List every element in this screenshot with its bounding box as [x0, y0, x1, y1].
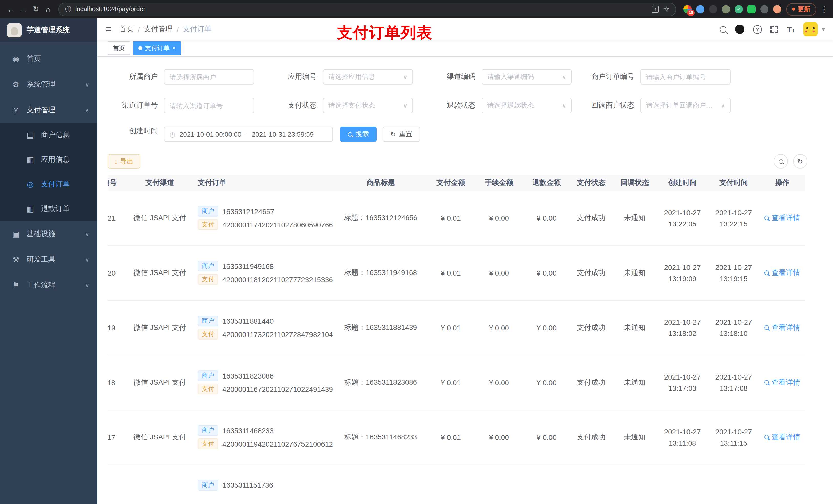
collapse-sidebar-icon[interactable]: ≡ — [105, 24, 111, 35]
export-button[interactable]: ↓ 导出 — [108, 154, 140, 169]
sidebar-item-home[interactable]: ◉ 首页 — [0, 46, 97, 72]
view-detail-link[interactable]: 查看详情 — [764, 268, 800, 278]
view-detail-link[interactable]: 查看详情 — [764, 433, 800, 442]
sidebar-item-refund-order[interactable]: ▥ 退款订单 — [0, 197, 97, 221]
pay-time-cell: 2021-10-2713:17:08 — [708, 355, 759, 410]
col-title: 商品标题 — [334, 175, 427, 191]
update-label: 更新 — [798, 5, 810, 14]
share-icon[interactable]: ↑ — [652, 6, 659, 13]
fullscreen-icon[interactable] — [770, 26, 778, 33]
notify-status-select[interactable]: 请选择订单回调商户状态∨ — [640, 98, 731, 114]
url-text: localhost:1024/pay/order — [75, 6, 648, 13]
font-size-icon[interactable]: TT — [787, 26, 795, 33]
extension-icon[interactable]: 10 — [684, 5, 692, 13]
sidebar-item-pay-order[interactable]: ◎ 支付订单 — [0, 172, 97, 197]
sidebar-item-app-info[interactable]: ▦ 应用信息 — [0, 147, 97, 172]
avatar-caret-icon[interactable]: ▾ — [822, 26, 825, 33]
title-cell: 标题：1635311949168 — [334, 246, 427, 301]
toggle-search-button[interactable] — [774, 154, 788, 169]
bookmark-star-icon[interactable]: ☆ — [663, 5, 670, 13]
browser-home-icon[interactable]: ⌂ — [42, 5, 54, 14]
view-detail-link[interactable]: 查看详情 — [764, 214, 800, 223]
close-icon[interactable]: × — [172, 45, 176, 51]
notify-cell: 未通知 — [613, 246, 657, 301]
col-refund: 退款金额 — [524, 175, 570, 191]
search-icon — [764, 435, 769, 440]
merchant-tag: 商户 — [198, 316, 218, 327]
pay-status-select[interactable]: 请选择支付状态∨ — [323, 98, 413, 114]
extension-icon[interactable] — [696, 5, 705, 13]
sidebar-item-infrastructure[interactable]: ▣ 基础设施 ∨ — [0, 221, 97, 247]
order-id-cell: 118 — [108, 355, 127, 410]
extension-icon[interactable] — [709, 5, 717, 13]
channel-code-select[interactable]: 请输入渠道编码∨ — [481, 69, 572, 85]
order-id-cell: 120 — [108, 246, 127, 301]
breadcrumb-payment[interactable]: 支付管理 — [144, 25, 173, 34]
extension-icon[interactable] — [722, 5, 730, 13]
site-info-icon[interactable]: ⓘ — [65, 5, 71, 14]
title-cell: 标题：1635311823086 — [334, 355, 427, 410]
grid-icon: ▦ — [25, 155, 36, 164]
sidebar-item-payment[interactable]: ¥ 支付管理 ∧ — [0, 97, 97, 123]
sidebar-item-merchant-info[interactable]: ▤ 商户信息 — [0, 123, 97, 147]
channel-order-no-input[interactable] — [164, 98, 254, 114]
target-icon: ◎ — [25, 180, 36, 189]
extension-icon[interactable]: ✓ — [735, 5, 743, 13]
github-icon[interactable] — [735, 25, 744, 34]
chevron-down-icon: ∨ — [403, 74, 407, 80]
merchant-select[interactable] — [164, 69, 254, 85]
action-cell: 查看详情 — [759, 246, 805, 301]
update-button[interactable]: 更新 — [786, 3, 816, 16]
search-button[interactable]: 搜索 — [340, 127, 377, 142]
browser-menu-icon[interactable]: ⋮ — [820, 5, 828, 14]
select-placeholder: 请选择退款状态 — [487, 101, 534, 111]
address-bar[interactable]: ⓘ localhost:1024/pay/order ↑ ☆ — [58, 2, 676, 16]
channel-cell: 微信 JSAPI 支付 — [127, 246, 193, 301]
filter-label: 商户订单编号 — [584, 72, 640, 82]
channel-cell: 微信 JSAPI 支付 — [127, 191, 193, 246]
create-time-cell: 2021-10-2713:19:09 — [657, 246, 708, 301]
sidebar-item-dev-tools[interactable]: ⚒ 研发工具 ∨ — [0, 247, 97, 272]
app-id-select[interactable]: 请选择应用信息∨ — [323, 69, 413, 85]
breadcrumb-home[interactable]: 首页 — [119, 25, 134, 34]
create-time-range-picker[interactable]: ◷ 2021-10-01 00:00:00 - 2021-10-31 23:59… — [164, 127, 333, 142]
breadcrumb: 首页 / 支付管理 / 支付订单 — [119, 25, 212, 34]
help-icon[interactable]: ? — [753, 25, 762, 34]
tab-pay-order[interactable]: 支付订单 × — [133, 42, 181, 55]
merchant-order-no-input[interactable] — [640, 69, 731, 85]
status-cell: 支付成功 — [570, 191, 613, 246]
reset-button[interactable]: ↻ 重置 — [383, 127, 420, 142]
header-actions: ? TT ▾ — [720, 22, 825, 37]
refresh-table-button[interactable]: ↻ — [793, 154, 807, 169]
action-cell: 查看详情 — [759, 301, 805, 355]
sidebar-item-label: 基础设施 — [27, 230, 85, 239]
user-avatar[interactable] — [804, 22, 818, 37]
refund-status-select[interactable]: 请选择退款状态∨ — [481, 98, 572, 114]
refund-cell: ¥ 0.00 — [524, 410, 570, 465]
sidebar-item-system[interactable]: ⚙ 系统管理 ∨ — [0, 72, 97, 97]
sidebar-item-workflow[interactable]: ⚑ 工作流程 ∨ — [0, 272, 97, 298]
filter-label: 创建时间 — [108, 127, 164, 142]
view-detail-link[interactable]: 查看详情 — [764, 378, 800, 387]
clock-icon: ◷ — [170, 130, 175, 138]
filter-label: 渠道订单号 — [108, 101, 164, 111]
browser-reload-icon[interactable]: ↻ — [30, 5, 42, 14]
profile-avatar-icon[interactable] — [773, 5, 781, 13]
status-cell: 支付成功 — [570, 246, 613, 301]
order-no-cell: 商户 1635311881440 支付 42000011732021102728… — [193, 301, 334, 355]
title-cell: 标题：1635311468233 — [334, 410, 427, 465]
browser-back-icon[interactable]: ← — [5, 5, 18, 14]
filter-label: 支付状态 — [266, 101, 323, 111]
view-detail-label: 查看详情 — [771, 433, 800, 442]
tab-label: 首页 — [113, 44, 125, 53]
pin-icon[interactable] — [760, 5, 768, 13]
notification-badge: 10 — [687, 10, 695, 16]
merchant-order-no: 1635311823086 — [222, 372, 273, 380]
browser-forward-icon[interactable]: → — [18, 5, 30, 14]
table-row: 117 微信 JSAPI 支付 商户 1635311468233 支付 4200… — [108, 410, 805, 465]
view-detail-link[interactable]: 查看详情 — [764, 323, 800, 332]
tab-home[interactable]: 首页 — [108, 42, 130, 55]
search-icon[interactable] — [720, 26, 727, 33]
extension-icon[interactable] — [747, 5, 756, 13]
filter-label: 回调商户状态 — [584, 101, 640, 111]
